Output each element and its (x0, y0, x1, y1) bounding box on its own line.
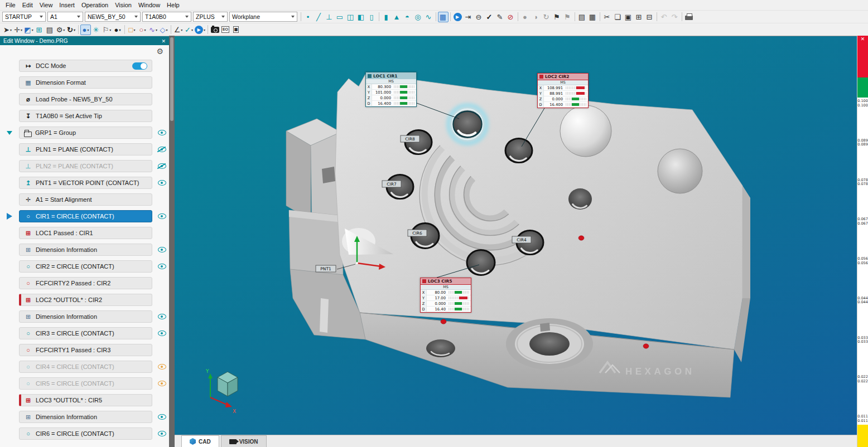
probe-mode-icon[interactable]: ◩▾ (23, 25, 34, 35)
settings-gear-icon[interactable] (156, 47, 163, 56)
ew-item-a1-alignment[interactable]: A1 = Start Alignment (0, 193, 169, 206)
dimension-label-loc2[interactable]: LOC2 CIR2 MS X108.991Y88.991Z0.000D16.40… (537, 73, 589, 108)
visibility-eye-icon[interactable] (158, 130, 166, 135)
menu-edit[interactable]: Edit (19, 1, 36, 9)
bookmark-alt-icon[interactable]: ⚑ (562, 12, 573, 22)
point-icon[interactable]: • (303, 12, 314, 22)
ew-item-cir5[interactable]: CIR5 = CIRCLE (CONTACT) (0, 377, 169, 390)
angle-feature-icon[interactable]: ∠▾ (173, 25, 184, 35)
pan-window-icon[interactable]: ✛▾ (13, 25, 23, 35)
ew-item-cir1[interactable]: CIR1 = CIRCLE (CONTACT) (0, 210, 169, 222)
ew-item-cir6[interactable]: CIR6 = CIRCLE (CONTACT) (0, 427, 169, 440)
visibility-eye-icon[interactable] (158, 364, 166, 370)
ew-item-loc3-outtol[interactable]: LOC3 *OUTTOL* : CIR5 (0, 394, 169, 406)
grid-badge-icon[interactable]: ▦ (231, 25, 242, 35)
report-list-icon[interactable]: ▤ (577, 12, 587, 22)
ew-item-dim-info-2[interactable]: Dimension Information (0, 310, 169, 323)
perpendicular-icon[interactable]: ⊥ (324, 12, 335, 22)
visibility-eye-icon[interactable] (158, 431, 166, 436)
ew-item-active-tip[interactable]: T1A0B0 = Set Active Tip (0, 110, 169, 122)
visibility-eye-icon[interactable] (158, 213, 166, 219)
ew-item-cir3[interactable]: CIR3 = CIRCLE (CONTACT) (0, 327, 169, 339)
pattern-paste-icon[interactable]: ⊟ (644, 12, 655, 22)
ew-item-pnt1[interactable]: PNT1 = VECTOR POINT (CONTACT) (0, 177, 169, 189)
ew-item-cir2[interactable]: CIR2 = CIRCLE (CONTACT) (0, 260, 169, 273)
half-rect-icon[interactable]: ◧ (356, 12, 367, 22)
redo-icon[interactable]: ↷ (669, 12, 680, 22)
ew-item-dimension-format[interactable]: Dimension Format (0, 76, 169, 89)
comment-icon[interactable]: ▤ (45, 25, 55, 35)
circle-feature-icon[interactable]: ◎ (413, 12, 423, 22)
menu-insert[interactable]: Insert (56, 1, 78, 9)
execute-feature-icon[interactable]: ⇥ (463, 12, 474, 22)
pattern-icon[interactable]: ⊞ (634, 12, 644, 22)
loop-gray-icon[interactable]: ↻ (541, 12, 552, 22)
undo-icon[interactable]: ↶ (659, 12, 669, 22)
ew-item-pln2[interactable]: PLN2 = PLANE (CONTACT) (0, 160, 169, 172)
ew-item-cir4[interactable]: CIR4 = CIRCLE (CONTACT) (0, 361, 169, 373)
slot-icon[interactable]: ▭ (335, 12, 345, 22)
visibility-eye-icon[interactable] (158, 180, 166, 186)
gears-icon[interactable]: ⚙▾ (55, 25, 66, 35)
visibility-eye-icon[interactable] (158, 264, 166, 269)
split-rect-icon[interactable]: ◫ (345, 12, 356, 22)
probe-tips-icon[interactable]: ✳ (91, 25, 102, 35)
visibility-eye-off-icon[interactable] (158, 163, 166, 169)
menu-window[interactable]: Window (135, 1, 163, 9)
select-cursor-icon[interactable]: ➤▾ (2, 25, 13, 35)
cone-icon[interactable]: ▲ (392, 12, 402, 22)
execute-program-icon[interactable]: ▶ (452, 12, 463, 22)
ew-item-fcfcirty2[interactable]: FCFCIRTY2 Passed : CIR2 (0, 277, 169, 289)
edit-document-icon[interactable]: ✎ (495, 12, 505, 22)
active-alignment-dropdown[interactable]: A1 (47, 12, 83, 22)
workplane-axis-dropdown[interactable]: ZPLUS (193, 12, 228, 22)
visibility-eye-icon[interactable] (158, 314, 166, 319)
sphere-gray-icon[interactable]: ● (520, 12, 531, 22)
edit-window-scrollbar[interactable] (169, 36, 175, 447)
report-grid-icon[interactable]: ▦ (587, 12, 598, 22)
dcc-toggle[interactable] (132, 62, 147, 70)
box-feature-icon[interactable]: ◇▾ (158, 25, 169, 35)
copy-icon[interactable]: ❏ (613, 12, 623, 22)
paste-icon[interactable]: ▣ (623, 12, 634, 22)
circle-feature-red-icon[interactable]: ○▾ (137, 25, 148, 35)
visibility-eye-icon[interactable] (158, 381, 166, 386)
curve-icon[interactable]: ∿ (423, 12, 434, 22)
bookmark-icon[interactable]: ⚑ (552, 12, 562, 22)
dimension-color-scale[interactable]: ✕ 0.1000.1000.0890.0890.0780.0780.0670.0… (857, 36, 868, 447)
menu-vision[interactable]: Vision (112, 1, 135, 9)
protect-document-icon[interactable]: ⊘ (505, 12, 516, 22)
cylinder-icon[interactable]: ▮ (381, 12, 392, 22)
tab-cad[interactable]: CAD (181, 435, 219, 447)
graph-feature-icon[interactable]: ∿▾ (148, 25, 158, 35)
mesh-tool-icon[interactable]: ▦ (438, 12, 449, 22)
edit-window-titlebar[interactable]: Edit Window - Demo.PRG (0, 36, 169, 45)
eo-badge-icon[interactable]: EO (220, 25, 231, 35)
dark-sphere-icon[interactable]: ●▾ (112, 25, 123, 35)
scale-close-icon[interactable]: ✕ (857, 36, 868, 43)
square-feature-icon[interactable]: □▾ (127, 25, 137, 35)
cad-graphics-view[interactable]: HEXAGON (175, 36, 857, 435)
line-icon[interactable]: ╱ (314, 12, 324, 22)
tag-label-icon[interactable]: ⚐▾ (102, 25, 112, 35)
probe-file-dropdown[interactable]: NEW5_BY_50 (85, 12, 141, 22)
erase-marker-icon[interactable]: ⊖ (474, 12, 484, 22)
menu-operation[interactable]: Operation (78, 1, 112, 9)
run-icon[interactable]: ▶▾ (194, 25, 206, 35)
ew-item-fcfcirty1[interactable]: FCFCIRTY1 Passed : CIR3 (0, 344, 169, 356)
expander-icon[interactable] (0, 131, 19, 135)
workplane-dropdown[interactable]: Workplane (229, 12, 297, 22)
close-icon[interactable] (161, 38, 166, 44)
menu-file[interactable]: File (2, 1, 19, 9)
ew-item-load-probe[interactable]: Load Probe - NEW5_BY_50 (0, 93, 169, 105)
visibility-eye-off-icon[interactable] (158, 147, 166, 152)
sphere-icon[interactable]: ◓ (402, 12, 413, 22)
confirm-icon[interactable]: ✓▾ (184, 25, 194, 35)
alignment-dropdown[interactable]: STARTUP (2, 12, 46, 22)
menu-view[interactable]: View (36, 1, 56, 9)
shaded-view-icon[interactable]: ●▾ (80, 25, 91, 35)
cut-icon[interactable]: ✂ (602, 12, 613, 22)
shell-gray-icon[interactable]: ◑ (531, 12, 541, 22)
menu-help[interactable]: Help (163, 1, 183, 9)
ew-item-dcc-mode[interactable]: DCC Mode (0, 60, 169, 72)
